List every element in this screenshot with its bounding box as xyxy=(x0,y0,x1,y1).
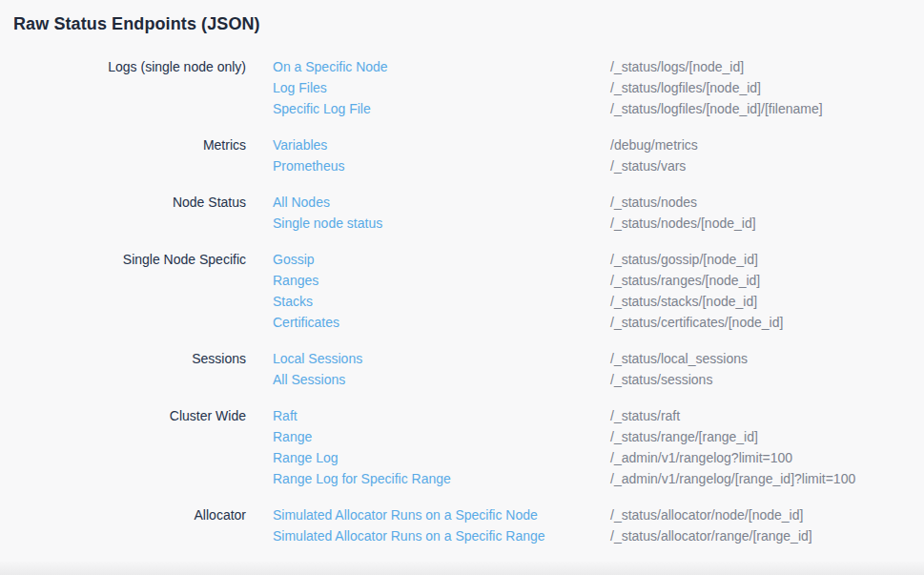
endpoint-rows: On a Specific Node/_status/logs/[node_id… xyxy=(246,56,924,119)
endpoint-link[interactable]: Range xyxy=(273,426,610,447)
page-title: Raw Status Endpoints (JSON) xyxy=(0,0,924,34)
endpoint-row: Range/_status/range/[range_id] xyxy=(246,426,924,447)
endpoint-row: Raft/_status/raft xyxy=(246,405,924,426)
endpoint-row: Ranges/_status/ranges/[node_id] xyxy=(246,270,924,291)
endpoint-link[interactable]: Simulated Allocator Runs on a Specific N… xyxy=(273,504,610,525)
endpoint-row: All Sessions/_status/sessions xyxy=(246,369,924,390)
endpoint-path: /_admin/v1/rangelog?limit=100 xyxy=(610,447,924,468)
endpoint-rows: Gossip/_status/gossip/[node_id]Ranges/_s… xyxy=(246,249,924,333)
endpoint-row: Single node status/_status/nodes/[node_i… xyxy=(246,213,924,234)
endpoint-group: MetricsVariables/debug/metricsPrometheus… xyxy=(0,134,924,176)
category-label: Logs (single node only) xyxy=(0,56,246,77)
endpoint-path: /_status/sessions xyxy=(610,369,924,390)
endpoint-row: Certificates/_status/certificates/[node_… xyxy=(246,312,924,333)
endpoint-row: Prometheus/_status/vars xyxy=(246,155,924,176)
endpoint-path: /_status/allocator/node/[node_id] xyxy=(610,504,924,525)
endpoint-link[interactable]: Simulated Allocator Runs on a Specific R… xyxy=(273,525,610,546)
endpoint-link[interactable]: On a Specific Node xyxy=(273,56,610,77)
endpoint-link[interactable]: Local Sessions xyxy=(273,348,610,369)
endpoint-group: Cluster WideRaft/_status/raftRange/_stat… xyxy=(0,405,924,489)
endpoint-path: /_status/range/[range_id] xyxy=(610,426,924,447)
endpoint-group: Logs (single node only)On a Specific Nod… xyxy=(0,56,924,119)
endpoint-path: /debug/metrics xyxy=(610,134,924,155)
endpoint-path: /_status/stacks/[node_id] xyxy=(610,291,924,312)
endpoint-path: /_status/logs/[node_id] xyxy=(610,56,924,77)
endpoint-link[interactable]: Single node status xyxy=(273,213,610,234)
category-label: Node Status xyxy=(0,192,246,213)
endpoint-link[interactable]: All Nodes xyxy=(273,192,610,213)
endpoint-row: Variables/debug/metrics xyxy=(246,134,924,155)
category-label: Single Node Specific xyxy=(0,249,246,270)
endpoint-path: /_admin/v1/rangelog/[range_id]?limit=100 xyxy=(610,468,924,489)
endpoint-row: Log Files/_status/logfiles/[node_id] xyxy=(246,77,924,98)
footer-strip xyxy=(0,562,924,575)
endpoint-row: Gossip/_status/gossip/[node_id] xyxy=(246,249,924,270)
endpoint-link[interactable]: Prometheus xyxy=(273,155,610,176)
endpoint-path: /_status/nodes xyxy=(610,192,924,213)
endpoint-link[interactable]: Log Files xyxy=(273,77,610,98)
endpoint-path: /_status/raft xyxy=(610,405,924,426)
endpoint-path: /_status/certificates/[node_id] xyxy=(610,312,924,333)
endpoint-link[interactable]: Ranges xyxy=(273,270,610,291)
endpoint-row: On a Specific Node/_status/logs/[node_id… xyxy=(246,56,924,77)
debug-endpoints-page: Raw Status Endpoints (JSON) Logs (single… xyxy=(0,0,924,575)
endpoint-link[interactable]: Raft xyxy=(273,405,610,426)
endpoint-group: SessionsLocal Sessions/_status/local_ses… xyxy=(0,348,924,390)
endpoint-link[interactable]: Range Log for Specific Range xyxy=(273,468,610,489)
endpoint-rows: Local Sessions/_status/local_sessionsAll… xyxy=(246,348,924,390)
endpoint-group: Node StatusAll Nodes/_status/nodesSingle… xyxy=(0,192,924,234)
category-label: Sessions xyxy=(0,348,246,369)
category-label: Allocator xyxy=(0,504,246,525)
endpoint-link[interactable]: Certificates xyxy=(273,312,610,333)
endpoint-path: /_status/logfiles/[node_id] xyxy=(610,77,924,98)
endpoint-link[interactable]: Variables xyxy=(273,134,610,155)
endpoint-row: Simulated Allocator Runs on a Specific N… xyxy=(246,504,924,525)
endpoint-rows: Simulated Allocator Runs on a Specific N… xyxy=(246,504,924,546)
category-label: Metrics xyxy=(0,134,246,155)
endpoint-group: AllocatorSimulated Allocator Runs on a S… xyxy=(0,504,924,546)
endpoint-link[interactable]: Gossip xyxy=(273,249,610,270)
endpoint-row: All Nodes/_status/nodes xyxy=(246,192,924,213)
endpoint-link[interactable]: Stacks xyxy=(273,291,610,312)
endpoint-group: Single Node SpecificGossip/_status/gossi… xyxy=(0,249,924,333)
endpoint-path: /_status/allocator/range/[range_id] xyxy=(610,525,924,546)
endpoint-link[interactable]: Specific Log File xyxy=(273,98,610,119)
endpoint-groups: Logs (single node only)On a Specific Nod… xyxy=(0,56,924,546)
category-label: Cluster Wide xyxy=(0,405,246,426)
endpoint-path: /_status/local_sessions xyxy=(610,348,924,369)
endpoint-row: Simulated Allocator Runs on a Specific R… xyxy=(246,525,924,546)
endpoint-path: /_status/ranges/[node_id] xyxy=(610,270,924,291)
endpoint-row: Stacks/_status/stacks/[node_id] xyxy=(246,291,924,312)
endpoint-row: Specific Log File/_status/logfiles/[node… xyxy=(246,98,924,119)
endpoint-path: /_status/logfiles/[node_id]/[filename] xyxy=(610,98,924,119)
endpoint-link[interactable]: Range Log xyxy=(273,447,610,468)
endpoint-path: /_status/gossip/[node_id] xyxy=(610,249,924,270)
endpoint-rows: Raft/_status/raftRange/_status/range/[ra… xyxy=(246,405,924,489)
endpoint-rows: All Nodes/_status/nodesSingle node statu… xyxy=(246,192,924,234)
endpoint-link[interactable]: All Sessions xyxy=(273,369,610,390)
endpoint-row: Range Log/_admin/v1/rangelog?limit=100 xyxy=(246,447,924,468)
endpoint-row: Range Log for Specific Range/_admin/v1/r… xyxy=(246,468,924,489)
endpoint-path: /_status/nodes/[node_id] xyxy=(610,213,924,234)
endpoint-row: Local Sessions/_status/local_sessions xyxy=(246,348,924,369)
endpoint-path: /_status/vars xyxy=(610,155,924,176)
endpoint-rows: Variables/debug/metricsPrometheus/_statu… xyxy=(246,134,924,176)
